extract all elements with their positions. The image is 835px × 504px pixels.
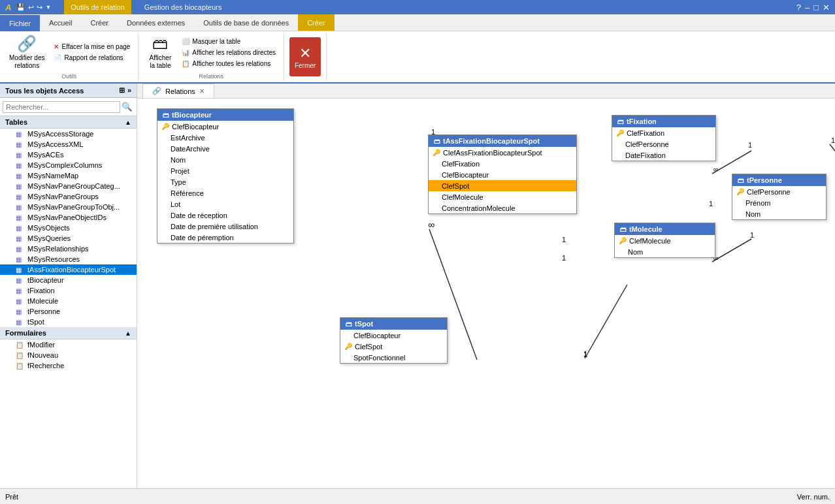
panel-expand-icon[interactable]: ⊞ [119, 86, 125, 95]
field-clefbiocapteur-ass[interactable]: ClefBiocapteur [429, 169, 576, 180]
section-tables[interactable]: Tables ▲ [0, 116, 137, 129]
relations-label: Relations [199, 73, 223, 80]
app-title: Gestion des biocapteurs [144, 3, 222, 11]
field-nom[interactable]: Nom [157, 154, 293, 165]
nav-item-msysnavpanegrouptoobj[interactable]: ▦MSysNavPaneGroupToObj... [0, 202, 137, 212]
field-cleffixation[interactable]: ClefFixation [429, 158, 576, 169]
tab-creer-context[interactable]: Créer [298, 14, 335, 31]
field-estarchive[interactable]: EstArchive [157, 132, 293, 143]
table-icon: ▦ [16, 225, 25, 232]
effacer-btn[interactable]: ✕ Effacer la mise en page [51, 42, 133, 52]
table-icon: ▦ [16, 162, 25, 169]
nav-item-msysnavpanegroups[interactable]: ▦MSysNavPaneGroups [0, 191, 137, 202]
canvas[interactable]: 1 ∞ 1 1 ∞ 1 1 1 ∞ 1 [137, 99, 835, 488]
field-datearchive[interactable]: DateArchive [157, 143, 293, 154]
field-clefassfix[interactable]: 🔑ClefAssFixationBiocapteurSpot [429, 147, 576, 158]
tab-outils-bdd[interactable]: Outils de base de données [194, 14, 298, 31]
nav-item-msysaccessstorage[interactable]: ▦MSysAccessStorage [0, 129, 137, 139]
field-type[interactable]: Type [157, 176, 293, 187]
nav-item-msysaces[interactable]: ▦MSysACEs [0, 150, 137, 160]
nav-item-tmolecule[interactable]: ▦tMolecule [0, 296, 137, 306]
nav-item-tbiocapteur[interactable]: ▦tBiocapteur [0, 275, 137, 285]
relations-directes-btn[interactable]: 📊 Afficher les relations directes [179, 48, 278, 57]
field-clefbiocapteur[interactable]: 🔑ClefBiocapteur [157, 121, 293, 132]
item-label: tAssFixationBiocapteurSpot [27, 266, 116, 274]
field-clefmolecule[interactable]: ClefMolecule [429, 191, 576, 202]
table-tspot-title: tSpot [355, 320, 373, 328]
nav-item-msysnamemap[interactable]: ▦MSysNameMap [0, 170, 137, 181]
nav-item-msysnavpaneobjectids[interactable]: ▦MSysNavPaneObjectIDs [0, 212, 137, 223]
nav-item-frecherche[interactable]: 📋fRecherche [0, 360, 137, 371]
field-dateperemption[interactable]: Date de péremption [157, 232, 293, 243]
restore-btn[interactable]: □ [813, 3, 819, 12]
nav-item-msysobjects[interactable]: ▦MSysObjects [0, 223, 137, 233]
nav-item-msysnavpanegroupcateg[interactable]: ▦MSysNavPaneGroupCateg... [0, 181, 137, 191]
ribbon-group-content-fermer: ✕ Fermer [289, 34, 321, 80]
field-reference[interactable]: Référence [157, 187, 293, 198]
help-icon[interactable]: ? [796, 3, 801, 12]
nav-item-msysqueries[interactable]: ▦MSysQueries [0, 233, 137, 244]
quick-access-save[interactable]: 💾 [16, 3, 25, 12]
rapport-btn[interactable]: 📄 Rapport de relations [51, 53, 133, 63]
pk-icon: 🔑 [161, 123, 169, 130]
field-concentrationmolecule[interactable]: ConcentrationMolecule [429, 202, 576, 213]
search-input[interactable] [3, 101, 120, 113]
field-clefpersonne-pk[interactable]: 🔑ClefPersonne [732, 186, 826, 197]
search-button[interactable]: 🔍 [120, 101, 134, 113]
field-clefmolecule-pk[interactable]: 🔑ClefMolecule [615, 235, 715, 246]
nav-item-msysresources[interactable]: ▦MSysResources [0, 254, 137, 264]
field-nom-mol[interactable]: Nom [615, 246, 715, 257]
quick-access-undo[interactable]: ↩ [28, 3, 34, 12]
minimize-btn[interactable]: – [805, 3, 810, 12]
nav-item-fnouveau[interactable]: 📋fNouveau [0, 350, 137, 360]
tab-fichier[interactable]: Fichier [0, 15, 40, 31]
relations-doc-tab[interactable]: 🔗 Relations ✕ [142, 84, 214, 98]
nav-item-fmodifier[interactable]: 📋fModifier [0, 339, 137, 350]
field-datefixation[interactable]: DateFixation [612, 150, 715, 161]
item-label: fNouveau [27, 351, 58, 359]
masquer-table-btn[interactable]: ⬜ Masquer la table [179, 37, 278, 46]
nav-item-tspot[interactable]: ▦tSpot [0, 317, 137, 327]
fermer-btn[interactable]: ✕ Fermer [289, 37, 321, 76]
outils-label: Outils [61, 73, 76, 80]
rapport-icon: 📄 [54, 54, 61, 61]
toutes-relations-btn[interactable]: 📋 Afficher toutes les relations [179, 59, 278, 69]
effacer-icon: ✕ [54, 43, 59, 50]
nav-item-msysrelationships[interactable]: ▦MSysRelationships [0, 244, 137, 254]
afficher-table-btn[interactable]: 🗃 Afficherla table [144, 33, 176, 72]
field-projet[interactable]: Projet [157, 165, 293, 176]
field-prenom[interactable]: Prénom [732, 197, 826, 208]
tab-donnees-externes[interactable]: Données externes [118, 14, 194, 31]
nav-item-msyscomplexcolumns[interactable]: ▦MSysComplexColumns [0, 160, 137, 170]
field-spotfonctionnel[interactable]: SpotFonctionnel [340, 352, 447, 363]
field-clefbiocapteur-spot[interactable]: ClefBiocapteur [340, 330, 447, 341]
field-lot[interactable]: Lot [157, 198, 293, 210]
field-clefpersonne-fix[interactable]: ClefPersonne [612, 138, 715, 150]
nav-item-tassfix[interactable]: ▦tAssFixationBiocapteurSpot [0, 264, 137, 275]
section-formulaires[interactable]: Formulaires ▲ [0, 327, 137, 339]
table-tassfix-title: tAssFixationBiocapteurSpot [443, 137, 540, 145]
table-tfixation: 🗃 tFixation 🔑ClefFixation ClefPersonne D… [612, 115, 716, 161]
quick-access-redo[interactable]: ↪ [37, 3, 42, 12]
field-nom-pers[interactable]: Nom [732, 208, 826, 219]
table-icon: ▦ [16, 298, 25, 305]
relations-tab-close[interactable]: ✕ [199, 87, 205, 95]
tab-accueil[interactable]: Accueil [40, 14, 81, 31]
panel-options-icon[interactable]: » [127, 86, 131, 95]
nav-item-msysaccessxml[interactable]: ▦MSysAccessXML [0, 139, 137, 150]
close-btn[interactable]: ✕ [823, 3, 830, 12]
nav-item-tfixation[interactable]: ▦tFixation [0, 285, 137, 296]
nav-item-tpersonne[interactable]: ▦tPersonne [0, 306, 137, 317]
item-label: tMolecule [27, 297, 58, 305]
field-cleffixation-pk[interactable]: 🔑ClefFixation [612, 127, 715, 138]
ribbon-tabs: Fichier Accueil Créer Données externes O… [0, 14, 835, 31]
field-datereception[interactable]: Date de réception [157, 210, 293, 221]
field-datepremiere[interactable]: Date de première utilisation [157, 221, 293, 232]
form-icon: 📋 [16, 362, 25, 370]
modifier-relations-btn[interactable]: 🔗 Modifier desrelations [5, 33, 48, 72]
tab-creer[interactable]: Créer [81, 14, 118, 31]
field-clefspot-ass[interactable]: ClefSpot [429, 180, 576, 191]
field-clefspot-pk[interactable]: 🔑ClefSpot [340, 341, 447, 352]
quick-access-customize[interactable]: ▼ [45, 4, 51, 10]
fermer-icon: ✕ [299, 45, 311, 62]
